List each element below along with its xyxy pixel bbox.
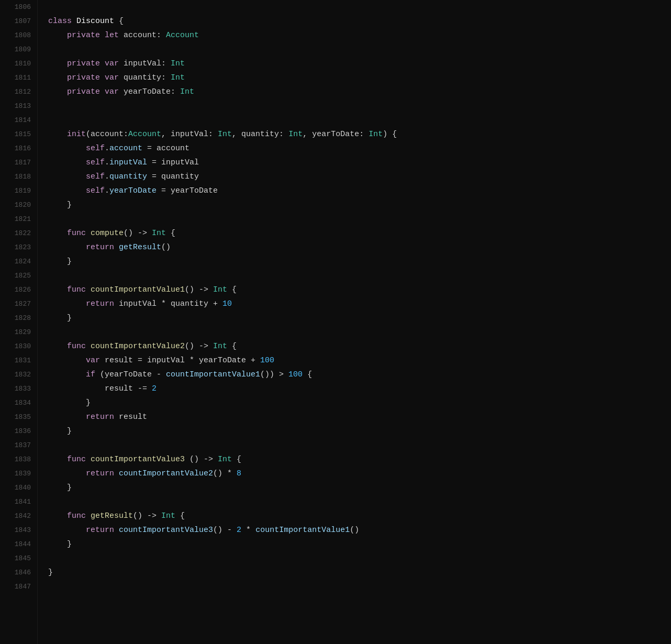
code-line: return result (48, 410, 671, 424)
code-line: } (48, 481, 671, 495)
line-number: 1845 (0, 551, 31, 565)
code-line: } (48, 198, 671, 212)
line-number: 1812 (0, 85, 31, 99)
line-number: 1840 (0, 481, 31, 495)
line-number: 1846 (0, 565, 31, 580)
code-line: return inputVal * quantity + 10 (48, 297, 671, 311)
line-number: 1817 (0, 156, 31, 170)
line-number: 1814 (0, 113, 31, 127)
line-number: 1808 (0, 28, 31, 42)
code-line: self.yearToDate = yearToDate (48, 184, 671, 198)
line-number: 1825 (0, 269, 31, 283)
code-line: } (48, 396, 671, 410)
line-number: 1826 (0, 283, 31, 297)
code-line: private var quantity: Int (48, 71, 671, 85)
code-line: init(account:Account, inputVal: Int, qua… (48, 127, 671, 141)
line-number: 1809 (0, 42, 31, 57)
code-line: func countImportantValue2() -> Int { (48, 339, 671, 353)
code-line (48, 99, 671, 113)
code-line (48, 0, 671, 14)
code-line: func compute() -> Int { (48, 226, 671, 240)
code-content[interactable]: class Discount { private let account: Ac… (38, 0, 671, 644)
line-number: 1810 (0, 57, 31, 71)
line-number: 1827 (0, 297, 31, 311)
code-line: class Discount { (48, 14, 671, 28)
code-line (48, 438, 671, 452)
code-line (48, 580, 671, 594)
code-line: private var yearToDate: Int (48, 85, 671, 99)
code-line (48, 551, 671, 565)
line-number: 1811 (0, 71, 31, 85)
code-line (48, 325, 671, 339)
code-line: func countImportantValue3 () -> Int { (48, 452, 671, 467)
line-number: 1844 (0, 537, 31, 551)
line-number: 1813 (0, 99, 31, 113)
line-number: 1835 (0, 410, 31, 424)
line-number: 1821 (0, 212, 31, 226)
code-line: func getResult() -> Int { (48, 509, 671, 523)
line-number: 1831 (0, 353, 31, 368)
code-line: if (yearToDate - countImportantValue1())… (48, 368, 671, 382)
code-line (48, 212, 671, 226)
line-number: 1823 (0, 240, 31, 254)
line-number: 1829 (0, 325, 31, 339)
line-number: 1832 (0, 368, 31, 382)
line-number: 1816 (0, 141, 31, 156)
line-number: 1841 (0, 495, 31, 509)
line-number: 1830 (0, 339, 31, 353)
line-number: 1818 (0, 170, 31, 184)
code-line: } (48, 254, 671, 269)
code-line (48, 42, 671, 57)
code-line: return getResult() (48, 240, 671, 254)
code-line: } (48, 311, 671, 325)
line-number: 1820 (0, 198, 31, 212)
code-line: var result = inputVal * yearToDate + 100 (48, 353, 671, 368)
line-number: 1838 (0, 452, 31, 467)
code-line: } (48, 565, 671, 580)
line-number: 1819 (0, 184, 31, 198)
line-number: 1806 (0, 0, 31, 14)
code-line: private var inputVal: Int (48, 57, 671, 71)
line-number: 1815 (0, 127, 31, 141)
line-number: 1824 (0, 254, 31, 269)
code-line (48, 113, 671, 127)
line-number: 1839 (0, 467, 31, 481)
line-number: 1807 (0, 14, 31, 28)
code-line: return countImportantValue3() - 2 * coun… (48, 523, 671, 537)
line-number: 1847 (0, 580, 31, 594)
code-line (48, 495, 671, 509)
line-number: 1833 (0, 382, 31, 396)
code-line: return countImportantValue2() * 8 (48, 467, 671, 481)
code-line (48, 269, 671, 283)
line-numbers: 1806180718081809181018111812181318141815… (0, 0, 38, 644)
code-editor: 1806180718081809181018111812181318141815… (0, 0, 671, 644)
line-number: 1836 (0, 424, 31, 438)
code-line: func countImportantValue1() -> Int { (48, 283, 671, 297)
line-number: 1822 (0, 226, 31, 240)
line-number: 1843 (0, 523, 31, 537)
line-number: 1828 (0, 311, 31, 325)
code-line: result -= 2 (48, 382, 671, 396)
code-line: } (48, 537, 671, 551)
code-line: } (48, 424, 671, 438)
line-number: 1834 (0, 396, 31, 410)
line-number: 1842 (0, 509, 31, 523)
code-line: self.inputVal = inputVal (48, 156, 671, 170)
code-line: self.quantity = quantity (48, 170, 671, 184)
code-line: private let account: Account (48, 28, 671, 42)
line-number: 1837 (0, 438, 31, 452)
code-line: self.account = account (48, 141, 671, 156)
